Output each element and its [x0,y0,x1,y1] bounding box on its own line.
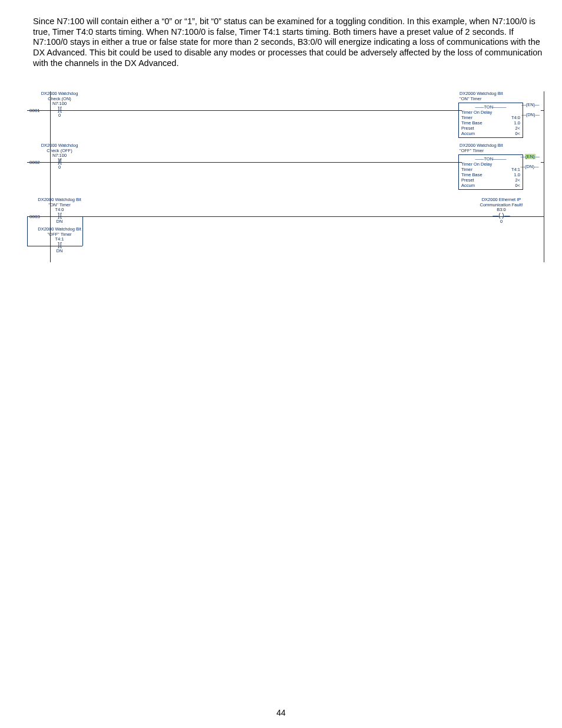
output-coil: DX2000 Ethernet IP Communication Fault! … [469,197,534,224]
rung-3: DX2000 Watchdog Bit "ON" Timer T4:0 ] [ … [27,197,544,262]
body-paragraph: Since N7:100 will contain either a “0” o… [33,17,544,68]
xic-contact: DX2000 Watchdog Bit "OFF" Timer T4:1 ] [… [33,227,86,253]
xic-contact: DX2000 Watchdog Check (ON) N7:100 ] [ 0 [33,91,86,118]
rung-2: DX2000 Watchdog Check (OFF) N7:100 ]/[ 0… [27,143,544,195]
xic-contact: DX2000 Watchdog Bit "ON" Timer T4:0 ] [ … [33,197,86,224]
rung-1: DX2000 Watchdog Check (ON) N7:100 ] [ 0 … [27,91,544,143]
xio-icon: ]/[ [58,158,61,164]
ton-instruction: DX2000 Watchdog Bit "ON" Timer ——TON——— … [458,91,523,138]
coil-icon: —( )— [492,212,510,219]
xic-icon: ] [ [58,242,61,248]
xic-icon: ] [ [58,106,61,113]
xic-icon: ] [ [58,212,61,219]
page-number: 44 [0,708,562,717]
xio-contact: DX2000 Watchdog Check (OFF) N7:100 ]/[ 0 [33,143,86,170]
ton-instruction: DX2000 Watchdog Bit "OFF" Timer ——TON———… [458,143,523,190]
